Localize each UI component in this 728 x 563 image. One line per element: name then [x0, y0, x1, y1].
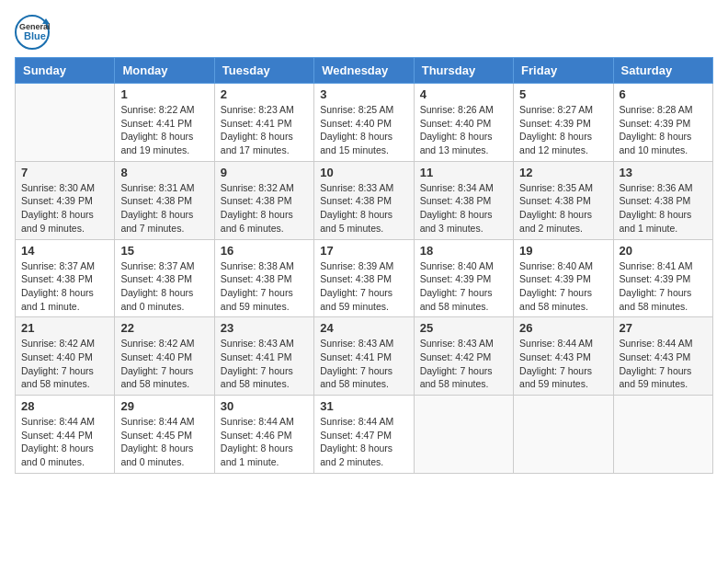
day-info: Sunrise: 8:39 AM Sunset: 4:38 PM Dayligh… [320, 259, 407, 314]
calendar-cell: 12Sunrise: 8:35 AM Sunset: 4:38 PM Dayli… [514, 161, 613, 239]
day-info: Sunrise: 8:42 AM Sunset: 4:40 PM Dayligh… [120, 337, 208, 391]
day-info: Sunrise: 8:44 AM Sunset: 4:46 PM Dayligh… [221, 415, 308, 469]
calendar-cell: 27Sunrise: 8:44 AM Sunset: 4:43 PM Dayli… [613, 317, 712, 396]
day-info: Sunrise: 8:44 AM Sunset: 4:45 PM Dayligh… [120, 415, 208, 469]
calendar-cell: 2Sunrise: 8:23 AM Sunset: 4:41 PM Daylig… [214, 84, 313, 162]
calendar-cell: 30Sunrise: 8:44 AM Sunset: 4:46 PM Dayli… [214, 396, 313, 474]
calendar-cell [514, 396, 613, 474]
day-number: 12 [519, 166, 607, 179]
day-info: Sunrise: 8:44 AM Sunset: 4:47 PM Dayligh… [320, 415, 407, 469]
day-number: 5 [519, 87, 607, 101]
day-info: Sunrise: 8:43 AM Sunset: 4:41 PM Dayligh… [320, 337, 407, 391]
calendar-cell: 19Sunrise: 8:40 AM Sunset: 4:39 PM Dayli… [514, 239, 613, 317]
day-number: 4 [420, 87, 507, 101]
weekday-header-row: SundayMondayTuesdayWednesdayThursdayFrid… [16, 58, 713, 84]
calendar-week-row: 21Sunrise: 8:42 AM Sunset: 4:40 PM Dayli… [16, 317, 713, 396]
day-info: Sunrise: 8:40 AM Sunset: 4:39 PM Dayligh… [519, 259, 607, 314]
day-info: Sunrise: 8:43 AM Sunset: 4:41 PM Dayligh… [221, 337, 308, 391]
svg-text:Blue: Blue [24, 30, 46, 41]
weekday-header-friday: Friday [514, 58, 613, 84]
calendar-cell: 11Sunrise: 8:34 AM Sunset: 4:38 PM Dayli… [414, 161, 513, 239]
calendar-cell: 21Sunrise: 8:42 AM Sunset: 4:40 PM Dayli… [16, 317, 115, 396]
calendar-cell: 26Sunrise: 8:44 AM Sunset: 4:43 PM Dayli… [514, 317, 613, 396]
day-number: 27 [620, 321, 707, 335]
weekday-header-saturday: Saturday [613, 58, 712, 84]
day-number: 2 [221, 87, 308, 101]
page-header: General Blue [15, 15, 713, 50]
calendar-cell: 20Sunrise: 8:41 AM Sunset: 4:39 PM Dayli… [613, 239, 712, 317]
calendar-cell: 18Sunrise: 8:40 AM Sunset: 4:39 PM Dayli… [414, 239, 513, 317]
day-info: Sunrise: 8:37 AM Sunset: 4:38 PM Dayligh… [120, 259, 208, 314]
weekday-header-tuesday: Tuesday [214, 58, 313, 84]
day-number: 26 [519, 321, 607, 335]
day-info: Sunrise: 8:44 AM Sunset: 4:44 PM Dayligh… [21, 415, 108, 469]
calendar-week-row: 28Sunrise: 8:44 AM Sunset: 4:44 PM Dayli… [16, 396, 713, 474]
day-info: Sunrise: 8:43 AM Sunset: 4:42 PM Dayligh… [420, 337, 507, 391]
day-number: 19 [519, 244, 607, 258]
logo-icon: General Blue [15, 15, 50, 50]
calendar-cell: 10Sunrise: 8:33 AM Sunset: 4:38 PM Dayli… [314, 161, 414, 239]
day-info: Sunrise: 8:42 AM Sunset: 4:40 PM Dayligh… [21, 337, 108, 391]
weekday-header-sunday: Sunday [16, 58, 115, 84]
day-info: Sunrise: 8:36 AM Sunset: 4:38 PM Dayligh… [620, 181, 707, 236]
day-info: Sunrise: 8:31 AM Sunset: 4:38 PM Dayligh… [120, 181, 208, 236]
day-number: 3 [320, 87, 407, 101]
day-info: Sunrise: 8:37 AM Sunset: 4:38 PM Dayligh… [21, 259, 108, 314]
calendar-cell: 4Sunrise: 8:26 AM Sunset: 4:40 PM Daylig… [414, 84, 513, 162]
day-number: 7 [21, 166, 108, 179]
day-info: Sunrise: 8:27 AM Sunset: 4:39 PM Dayligh… [519, 103, 607, 157]
day-number: 20 [620, 244, 707, 258]
day-number: 9 [221, 166, 308, 179]
calendar-week-row: 14Sunrise: 8:37 AM Sunset: 4:38 PM Dayli… [16, 239, 713, 317]
day-info: Sunrise: 8:41 AM Sunset: 4:39 PM Dayligh… [620, 259, 707, 314]
weekday-header-monday: Monday [115, 58, 214, 84]
calendar-cell: 1Sunrise: 8:22 AM Sunset: 4:41 PM Daylig… [115, 84, 214, 162]
day-number: 16 [221, 244, 308, 258]
day-info: Sunrise: 8:32 AM Sunset: 4:38 PM Dayligh… [221, 181, 308, 236]
calendar-cell: 15Sunrise: 8:37 AM Sunset: 4:38 PM Dayli… [115, 239, 214, 317]
calendar-week-row: 7Sunrise: 8:30 AM Sunset: 4:39 PM Daylig… [16, 161, 713, 239]
day-info: Sunrise: 8:38 AM Sunset: 4:38 PM Dayligh… [221, 259, 308, 314]
calendar-cell: 5Sunrise: 8:27 AM Sunset: 4:39 PM Daylig… [514, 84, 613, 162]
day-number: 17 [320, 244, 407, 258]
day-info: Sunrise: 8:35 AM Sunset: 4:38 PM Dayligh… [519, 181, 607, 236]
calendar-cell: 9Sunrise: 8:32 AM Sunset: 4:38 PM Daylig… [214, 161, 313, 239]
calendar-cell: 6Sunrise: 8:28 AM Sunset: 4:39 PM Daylig… [613, 84, 712, 162]
day-number: 14 [21, 244, 108, 258]
day-info: Sunrise: 8:26 AM Sunset: 4:40 PM Dayligh… [420, 103, 507, 157]
calendar-cell: 7Sunrise: 8:30 AM Sunset: 4:39 PM Daylig… [16, 161, 115, 239]
day-number: 13 [620, 166, 707, 179]
day-info: Sunrise: 8:30 AM Sunset: 4:39 PM Dayligh… [21, 181, 108, 236]
calendar-cell: 17Sunrise: 8:39 AM Sunset: 4:38 PM Dayli… [314, 239, 414, 317]
day-number: 8 [120, 166, 208, 179]
day-number: 15 [120, 244, 208, 258]
calendar-cell: 23Sunrise: 8:43 AM Sunset: 4:41 PM Dayli… [214, 317, 313, 396]
calendar-cell: 8Sunrise: 8:31 AM Sunset: 4:38 PM Daylig… [115, 161, 214, 239]
logo: General Blue [15, 15, 50, 50]
calendar-cell: 24Sunrise: 8:43 AM Sunset: 4:41 PM Dayli… [314, 317, 414, 396]
day-number: 1 [120, 87, 208, 101]
calendar-cell: 16Sunrise: 8:38 AM Sunset: 4:38 PM Dayli… [214, 239, 313, 317]
day-info: Sunrise: 8:22 AM Sunset: 4:41 PM Dayligh… [120, 103, 208, 157]
day-info: Sunrise: 8:44 AM Sunset: 4:43 PM Dayligh… [519, 337, 607, 391]
calendar-cell [414, 396, 513, 474]
calendar-cell: 3Sunrise: 8:25 AM Sunset: 4:40 PM Daylig… [314, 84, 414, 162]
calendar-cell [16, 84, 115, 162]
calendar-cell: 29Sunrise: 8:44 AM Sunset: 4:45 PM Dayli… [115, 396, 214, 474]
day-number: 25 [420, 321, 507, 335]
day-info: Sunrise: 8:44 AM Sunset: 4:43 PM Dayligh… [620, 337, 707, 391]
day-info: Sunrise: 8:23 AM Sunset: 4:41 PM Dayligh… [221, 103, 308, 157]
day-number: 28 [21, 399, 108, 413]
day-number: 10 [320, 166, 407, 179]
calendar-table: SundayMondayTuesdayWednesdayThursdayFrid… [15, 57, 713, 474]
day-number: 24 [320, 321, 407, 335]
day-number: 18 [420, 244, 507, 258]
calendar-cell: 25Sunrise: 8:43 AM Sunset: 4:42 PM Dayli… [414, 317, 513, 396]
day-number: 21 [21, 321, 108, 335]
calendar-cell: 22Sunrise: 8:42 AM Sunset: 4:40 PM Dayli… [115, 317, 214, 396]
calendar-cell: 13Sunrise: 8:36 AM Sunset: 4:38 PM Dayli… [613, 161, 712, 239]
calendar-cell [613, 396, 712, 474]
day-number: 31 [320, 399, 407, 413]
day-number: 23 [221, 321, 308, 335]
calendar-cell: 14Sunrise: 8:37 AM Sunset: 4:38 PM Dayli… [16, 239, 115, 317]
